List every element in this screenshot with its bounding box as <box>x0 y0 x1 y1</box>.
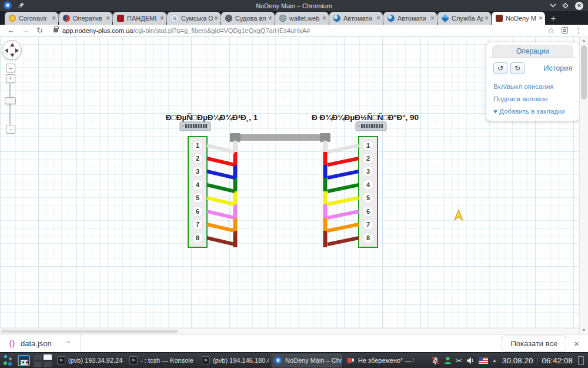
right-port-1[interactable]: 1 <box>363 140 373 151</box>
operations-link-3[interactable]: ♥ Добавить в закладки <box>493 108 572 115</box>
right-device-icon[interactable] <box>356 122 386 131</box>
tab-close-icon[interactable]: × <box>214 15 218 22</box>
download-bar-close-icon[interactable]: × <box>574 339 579 348</box>
translate-icon[interactable] <box>562 27 568 34</box>
pager-desktop-4[interactable] <box>43 361 52 367</box>
address-bar[interactable]: app.nodeny-plus.com.ua/cgi-bin/stat.pl?a… <box>62 27 310 34</box>
pan-down-icon[interactable] <box>10 54 15 57</box>
left-port-1[interactable]: 1 <box>192 140 203 151</box>
window-maximize-icon[interactable] <box>562 2 568 8</box>
bookmark-star-icon[interactable]: ☆ <box>547 26 554 35</box>
right-bundle-segment-8[interactable] <box>323 231 328 247</box>
horizontal-scroll-thumb[interactable] <box>1 330 178 333</box>
browser-tab-6[interactable]: wallet.web× <box>275 12 329 25</box>
taskbar-task-4[interactable]: NoDeny Main – Chro... <box>272 354 342 367</box>
right-bundle-segment-7[interactable] <box>323 218 328 231</box>
left-fiber-1[interactable] <box>207 145 235 152</box>
app-launcher-icon[interactable] <box>2 354 15 367</box>
left-fiber-6[interactable] <box>207 211 235 218</box>
left-port-4[interactable]: 4 <box>192 180 203 190</box>
browser-tab-1[interactable]: Coronavir× <box>5 12 58 25</box>
right-fiber-3[interactable] <box>328 171 359 178</box>
right-port-6[interactable]: 6 <box>363 206 373 217</box>
pan-control[interactable] <box>2 40 22 60</box>
horizontal-scrollbar[interactable] <box>0 328 579 334</box>
browser-tab-2[interactable]: Оператив× <box>59 12 112 25</box>
redo-button[interactable]: ↻ <box>510 62 524 74</box>
history-link[interactable]: История <box>544 64 572 72</box>
right-fiber-8[interactable] <box>328 238 359 244</box>
clock[interactable]: 30.08.20 06:42:08 <box>502 356 573 365</box>
keyboard-layout-flag-icon[interactable] <box>479 357 488 364</box>
scroll-down-icon[interactable]: ▼ <box>580 326 588 334</box>
new-tab-button[interactable]: + <box>546 12 561 25</box>
right-bundle-segment-4[interactable] <box>323 178 328 191</box>
left-fiber-8[interactable] <box>207 238 235 244</box>
left-bundle-segment-4[interactable] <box>233 178 238 191</box>
tab-close-icon[interactable]: × <box>268 15 272 22</box>
pan-up-icon[interactable] <box>10 43 15 47</box>
left-port-5[interactable]: 5 <box>192 193 203 203</box>
right-port-7[interactable]: 7 <box>363 219 373 230</box>
zoom-out-button[interactable]: - <box>6 125 15 134</box>
pan-left-icon[interactable] <box>5 48 8 53</box>
pager-desktop-3[interactable] <box>33 361 42 367</box>
show-all-downloads-button[interactable]: Показати все <box>502 336 566 352</box>
left-port-2[interactable]: 2 <box>192 153 203 164</box>
right-port-3[interactable]: 3 <box>363 166 373 177</box>
operations-link-1[interactable]: Вкл/выкл описания <box>493 83 572 90</box>
map-canvas[interactable]: ↔ + - Đ□ĐµÑ□ĐµĐ¼Đ¾Đ³Đ¸, 1Đ Đ¾Đ¼ĐµĐ½Ñ□Ñ□Đ… <box>0 37 579 328</box>
taskbar-task-3[interactable]: >(pvb) 194.146.180.4 ... <box>199 354 269 367</box>
right-bundle-segment-3[interactable] <box>323 165 328 178</box>
volume-icon[interactable] <box>466 357 475 364</box>
download-filename[interactable]: data.json <box>21 339 52 348</box>
tab-close-icon[interactable]: × <box>106 15 110 22</box>
zoom-slider-track[interactable] <box>9 84 11 126</box>
browser-tab-4[interactable]: Сумська О× <box>167 12 220 25</box>
operations-link-2[interactable]: Подписи волокон <box>493 95 572 102</box>
download-expand-icon[interactable]: ^ <box>67 340 70 346</box>
undo-button[interactable]: ↺ <box>493 62 507 74</box>
left-fiber-5[interactable] <box>207 198 235 204</box>
right-port-8[interactable]: 8 <box>363 233 373 243</box>
tab-close-icon[interactable]: × <box>376 15 380 22</box>
browser-menu-icon[interactable]: ⋮ <box>575 26 582 35</box>
tab-close-icon[interactable]: × <box>539 15 543 22</box>
tab-close-icon[interactable]: × <box>322 15 326 22</box>
left-port-6[interactable]: 6 <box>192 206 203 217</box>
browser-tab-3[interactable]: ПАНДЕМІ× <box>113 12 166 25</box>
show-desktop-button[interactable] <box>578 356 584 365</box>
taskbar-task-1[interactable]: >(pvb) 193.34.92.24 —... <box>55 354 125 367</box>
tab-close-icon[interactable]: × <box>430 15 435 22</box>
clipboard-scissors-icon[interactable]: ✂ <box>456 357 462 364</box>
tab-close-icon[interactable]: × <box>160 15 164 22</box>
right-fiber-6[interactable] <box>328 211 359 218</box>
operations-tab[interactable]: Операции <box>492 45 573 57</box>
back-icon[interactable]: ← <box>7 26 15 34</box>
right-bundle-segment-1[interactable] <box>323 141 328 152</box>
right-bundle-segment-6[interactable] <box>323 204 328 218</box>
taskbar-task-5[interactable]: Не збережено* — S... <box>344 354 414 367</box>
right-fiber-7[interactable] <box>328 224 359 231</box>
right-port-4[interactable]: 4 <box>363 180 373 190</box>
pager-desktop-1[interactable] <box>33 354 42 360</box>
zoom-slider-handle[interactable] <box>5 97 16 104</box>
pager-desktop-2[interactable] <box>43 354 52 360</box>
left-port-8[interactable]: 8 <box>192 233 203 243</box>
right-fiber-5[interactable] <box>328 198 359 204</box>
desktop-pager[interactable] <box>33 354 52 367</box>
pan-right-icon[interactable] <box>15 48 19 53</box>
fiber-diagram[interactable]: Đ□ĐµÑ□ĐµĐ¼Đ¾Đ³Đ¸, 1Đ Đ¾Đ¼ĐµĐ½Ñ□Ñ□ĐºĐ°, 9… <box>147 112 423 256</box>
taskbar-task-2[interactable]: >- : tcsh — Konsole <box>127 354 197 367</box>
vertical-scroll-thumb[interactable] <box>581 45 587 100</box>
trunk-cable[interactable] <box>235 134 325 141</box>
right-port-2[interactable]: 2 <box>363 153 373 164</box>
left-fiber-2[interactable] <box>207 158 235 165</box>
fit-extent-button[interactable]: ↔ <box>6 64 15 72</box>
left-fiber-4[interactable] <box>207 185 235 191</box>
calculator-icon[interactable] <box>18 355 30 366</box>
right-port-5[interactable]: 5 <box>363 193 373 203</box>
padlock-icon[interactable] <box>54 28 58 32</box>
left-bundle-segment-6[interactable] <box>233 204 238 218</box>
tab-close-icon[interactable]: × <box>485 15 489 22</box>
